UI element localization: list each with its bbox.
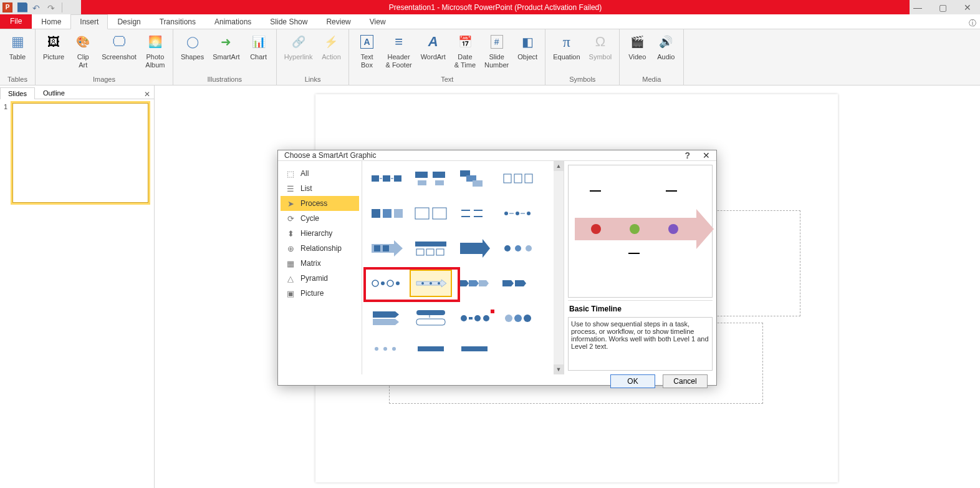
datetime-button[interactable]: Date & Time: [451, 31, 479, 70]
screenshot-button[interactable]: Screenshot: [98, 31, 140, 62]
gallery-item[interactable]: [411, 306, 451, 331]
gallery-item[interactable]: [454, 306, 494, 331]
gallery-item[interactable]: [367, 341, 407, 366]
gallery-item[interactable]: [498, 201, 538, 226]
scroll-down-icon[interactable]: ▼: [554, 364, 564, 374]
preview-description: Use to show sequential steps in a task, …: [568, 317, 713, 371]
slidenumber-button[interactable]: Slide Number: [481, 31, 512, 70]
outline-tab[interactable]: Outline: [35, 87, 73, 99]
gallery-item[interactable]: [411, 201, 451, 226]
save-icon[interactable]: [17, 2, 27, 12]
gallery-item[interactable]: [454, 341, 494, 366]
svg-rect-30: [436, 249, 444, 255]
picture-button[interactable]: Picture: [39, 31, 68, 62]
close-button[interactable]: ✕: [955, 0, 980, 14]
category-picture[interactable]: ▣Picture: [281, 286, 359, 301]
symbol-button[interactable]: Symbol: [585, 31, 616, 62]
tab-review[interactable]: Review: [317, 14, 360, 29]
equation-button[interactable]: Equation: [549, 31, 584, 62]
table-button[interactable]: Table: [4, 31, 31, 62]
gallery-item[interactable]: [454, 236, 494, 261]
photoalbum-button[interactable]: Photo Album: [142, 31, 169, 70]
gallery-item[interactable]: [454, 271, 494, 296]
textbox-button[interactable]: Text Box: [353, 31, 380, 70]
maximize-button[interactable]: ▢: [930, 0, 955, 14]
minimize-button[interactable]: —: [905, 0, 930, 14]
gallery-item[interactable]: [411, 236, 451, 261]
photoalbum-icon: [145, 32, 165, 52]
gallery-item[interactable]: [498, 341, 538, 366]
tab-insert[interactable]: Insert: [70, 14, 108, 29]
svg-rect-53: [418, 346, 444, 351]
category-cycle[interactable]: ⟳Cycle: [281, 211, 359, 226]
shapes-icon: [183, 32, 203, 52]
svg-point-47: [505, 315, 512, 322]
ribbon: Table Tables Picture Clip Art Screenshot…: [0, 29, 980, 85]
gallery-item[interactable]: [454, 166, 494, 191]
svg-point-43: [461, 315, 467, 321]
object-icon: [517, 32, 537, 52]
gallery-item[interactable]: [411, 166, 451, 191]
dialog-help-icon[interactable]: ?: [685, 150, 690, 160]
object-button[interactable]: Object: [514, 31, 541, 62]
gallery-item[interactable]: [367, 166, 407, 191]
tab-transitions[interactable]: Transitions: [150, 14, 205, 29]
ribbon-help-icon[interactable]: ⓘ: [969, 18, 976, 29]
gallery-item[interactable]: [367, 201, 407, 226]
shapes-button[interactable]: Shapes: [177, 31, 208, 62]
svg-rect-26: [383, 245, 389, 251]
slide-number: 1: [4, 103, 10, 203]
tab-view[interactable]: View: [360, 14, 395, 29]
chart-button[interactable]: Chart: [245, 31, 272, 62]
scroll-up-icon[interactable]: ▲: [554, 161, 564, 171]
headerfooter-button[interactable]: Header & Footer: [382, 31, 415, 70]
category-relationship[interactable]: ⊕Relationship: [281, 241, 359, 256]
gallery-item-basic-timeline[interactable]: [411, 271, 451, 296]
tab-design[interactable]: Design: [108, 14, 150, 29]
clipart-button[interactable]: Clip Art: [69, 31, 97, 70]
gallery-scrollbar[interactable]: ▲ ▼: [554, 161, 564, 374]
redo-icon[interactable]: [47, 2, 57, 12]
gallery-item[interactable]: [454, 201, 494, 226]
dialog-titlebar[interactable]: Choose a SmartArt Graphic ? ✕: [278, 150, 716, 160]
wordart-button[interactable]: WordArt: [417, 31, 449, 62]
category-hierarchy[interactable]: ⬍Hierarchy: [281, 226, 359, 241]
slide-thumbnail[interactable]: [12, 103, 148, 203]
category-process[interactable]: ➤Process: [281, 196, 359, 211]
hyperlink-button[interactable]: Hyperlink: [281, 31, 317, 62]
group-label: Illustrations: [177, 74, 272, 85]
tab-home[interactable]: Home: [32, 14, 70, 29]
pane-close-icon[interactable]: ✕: [144, 90, 150, 99]
gallery-item[interactable]: [498, 236, 538, 261]
category-list-item[interactable]: ☰List: [281, 181, 359, 196]
dialog-title: Choose a SmartArt Graphic: [284, 151, 376, 160]
table-icon: [7, 32, 27, 52]
slides-tab[interactable]: Slides: [0, 87, 35, 99]
gallery-item[interactable]: [498, 306, 538, 331]
category-pyramid[interactable]: △Pyramid: [281, 271, 359, 286]
slide-thumb-row[interactable]: 1: [4, 103, 150, 203]
tab-animations[interactable]: Animations: [205, 14, 261, 29]
cancel-button[interactable]: Cancel: [663, 374, 708, 388]
dialog-close-icon[interactable]: ✕: [703, 150, 710, 160]
preview-name: Basic Timeline: [568, 300, 713, 317]
preview-text-mark: [590, 190, 601, 192]
gallery-item[interactable]: [367, 306, 407, 331]
svg-rect-15: [394, 209, 403, 218]
category-all[interactable]: ⬚All: [281, 166, 359, 181]
file-tab[interactable]: File: [0, 14, 32, 29]
undo-icon[interactable]: [32, 2, 42, 12]
action-button[interactable]: Action: [317, 31, 345, 62]
smartart-button[interactable]: SmartArt: [209, 31, 243, 62]
category-matrix[interactable]: ▦Matrix: [281, 256, 359, 271]
video-button[interactable]: Video: [623, 31, 651, 62]
tab-slideshow[interactable]: Slide Show: [261, 14, 317, 29]
preview-text-mark: [666, 190, 677, 192]
audio-button[interactable]: Audio: [652, 31, 680, 62]
gallery-item-circle-timeline[interactable]: [367, 271, 407, 296]
gallery-item[interactable]: [411, 341, 451, 366]
ok-button[interactable]: OK: [610, 374, 655, 388]
gallery-item[interactable]: [498, 166, 538, 191]
gallery-item[interactable]: [367, 236, 407, 261]
gallery-item[interactable]: [498, 271, 538, 296]
